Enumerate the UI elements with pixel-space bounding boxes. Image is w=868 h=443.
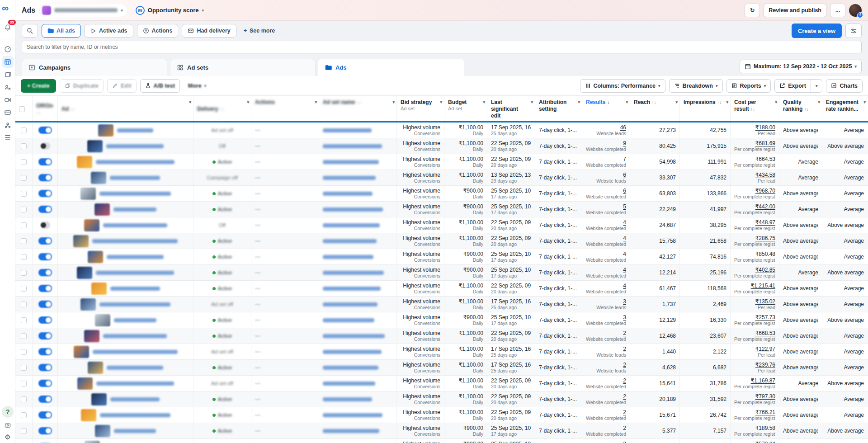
ad-set-name-redacted[interactable]: [323, 429, 379, 433]
audiences-icon[interactable]: [2, 81, 14, 93]
ad-on-off-toggle[interactable]: [38, 348, 52, 355]
header-cost-per-result[interactable]: Cost per result ↑↓▾: [731, 96, 779, 121]
ad-name-redacted[interactable]: [96, 382, 174, 386]
results-value[interactable]: 3: [586, 298, 626, 305]
cost-per-result-value[interactable]: ₹442.00: [734, 203, 775, 210]
ad-set-name-redacted[interactable]: [323, 334, 385, 338]
duplicate-button[interactable]: Duplicate: [60, 79, 104, 93]
review-publish-button[interactable]: Review and publish: [764, 4, 826, 17]
results-value[interactable]: 6: [586, 188, 626, 194]
ad-set-name-redacted[interactable]: [323, 366, 378, 370]
row-checkbox[interactable]: [21, 365, 27, 371]
tab-ad-sets[interactable]: Ad sets: [170, 59, 316, 76]
see-more-filters[interactable]: + See more: [240, 28, 279, 34]
results-value[interactable]: 2: [586, 346, 626, 352]
cost-per-result-value[interactable]: ₹968.70: [734, 188, 775, 194]
row-checkbox[interactable]: [21, 143, 27, 149]
results-value[interactable]: 3: [586, 314, 626, 320]
ad-name-redacted[interactable]: [114, 429, 156, 433]
results-value[interactable]: 5: [586, 203, 626, 210]
ad-on-off-toggle[interactable]: [38, 396, 52, 403]
row-checkbox[interactable]: [21, 207, 27, 212]
row-checkbox[interactable]: [21, 254, 27, 260]
create-view-button[interactable]: Create a view: [792, 24, 842, 38]
cost-per-result-value[interactable]: ₹257.73: [734, 314, 775, 320]
row-checkbox[interactable]: [21, 191, 27, 197]
ad-set-name-redacted[interactable]: [323, 255, 373, 259]
ad-on-off-toggle[interactable]: [38, 253, 52, 260]
charts-button[interactable]: Charts: [826, 79, 863, 93]
cost-per-result-value[interactable]: ₹239.76: [734, 362, 775, 368]
ad-on-off-toggle[interactable]: [38, 364, 52, 371]
search-input[interactable]: [22, 41, 862, 53]
row-checkbox[interactable]: [21, 317, 27, 323]
billing-icon[interactable]: [2, 107, 14, 118]
row-checkbox[interactable]: [21, 222, 27, 228]
row-checkbox[interactable]: [21, 302, 27, 307]
results-value[interactable]: 7: [586, 156, 626, 162]
header-attribution-setting[interactable]: Attribution setting▾: [535, 96, 582, 121]
results-value[interactable]: 2: [586, 377, 626, 384]
ad-set-name-redacted[interactable]: [323, 223, 380, 227]
breakdown-button[interactable]: Breakdown▾: [669, 79, 723, 93]
cost-per-result-value[interactable]: ₹681.69: [734, 140, 775, 146]
tab-ads[interactable]: Ads: [318, 59, 464, 76]
ad-name-redacted[interactable]: [96, 271, 174, 275]
edit-button[interactable]: Edit: [107, 79, 137, 93]
row-checkbox[interactable]: [21, 412, 27, 418]
cost-per-result-value[interactable]: ₹188.00: [734, 124, 775, 131]
ad-name-redacted[interactable]: [93, 350, 178, 354]
ad-set-name-redacted[interactable]: [323, 192, 373, 196]
results-value[interactable]: 4: [586, 235, 626, 241]
notifications-icon[interactable]: 35: [2, 22, 14, 33]
header-bid-strategy[interactable]: Bid strategyAd set▾: [397, 96, 444, 121]
cost-per-result-value[interactable]: ₹1,215.41: [734, 283, 775, 289]
row-checkbox[interactable]: [21, 349, 27, 355]
results-value[interactable]: 2: [586, 409, 626, 415]
ad-name-redacted[interactable]: [106, 144, 164, 148]
ad-name-redacted[interactable]: [99, 192, 171, 196]
ad-name-redacted[interactable]: [110, 397, 160, 401]
ad-on-off-toggle[interactable]: [38, 237, 52, 245]
columns-button[interactable]: Columns: Performance▾: [580, 79, 665, 93]
ad-name-redacted[interactable]: [110, 176, 160, 180]
row-checkbox[interactable]: [21, 428, 27, 434]
results-value[interactable]: 4: [586, 251, 626, 257]
payments-icon[interactable]: [2, 419, 14, 431]
filter-pill-all-ads[interactable]: All ads: [42, 24, 81, 38]
header-ad[interactable]: Ad ↑↓▾: [58, 96, 193, 121]
cost-per-result-value[interactable]: ₹668.53: [734, 330, 775, 336]
ad-set-name-redacted[interactable]: [323, 207, 383, 212]
all-tools-icon[interactable]: ☰: [2, 132, 14, 144]
header-last-significant-edit[interactable]: Last significant edit▾: [487, 96, 535, 121]
cost-per-result-value[interactable]: ₹797.30: [734, 393, 775, 400]
results-value[interactable]: 4: [586, 267, 626, 273]
cost-per-result-value[interactable]: ₹122.97: [734, 346, 775, 352]
results-value[interactable]: 4: [586, 219, 626, 226]
ad-set-name-redacted[interactable]: [323, 302, 377, 306]
results-value[interactable]: 2: [586, 441, 626, 443]
cost-per-result-value[interactable]: ₹572.24: [734, 441, 775, 443]
ad-set-name-redacted[interactable]: [323, 382, 375, 386]
header-budget[interactable]: BudgetAd set▾: [444, 96, 487, 121]
export-button[interactable]: Export: [775, 80, 811, 92]
header-engagement-rate-ranking[interactable]: Engagement rate rankin...▾: [822, 96, 868, 121]
ad-on-off-toggle[interactable]: [40, 222, 50, 229]
cost-per-result-value[interactable]: ₹766.21: [734, 409, 775, 415]
date-range-selector[interactable]: Maximum: 12 Sep 2022 - 12 Oct 2025 ▾: [740, 60, 862, 73]
results-value[interactable]: 6: [586, 172, 626, 178]
ad-name-redacted[interactable]: [100, 413, 170, 417]
header-quality-ranking[interactable]: Quality ranking ↑↓▾: [779, 96, 822, 121]
ad-name-redacted[interactable]: [110, 287, 160, 291]
ad-on-off-toggle[interactable]: [38, 332, 52, 339]
row-checkbox[interactable]: [21, 396, 27, 402]
row-checkbox[interactable]: [21, 286, 27, 292]
results-value[interactable]: 2: [586, 330, 626, 336]
ad-on-off-toggle[interactable]: [40, 142, 50, 150]
reports-button[interactable]: Reports▾: [726, 79, 771, 93]
header-delivery[interactable]: Delivery ↑↓▾: [193, 96, 251, 121]
filter-pill-had-delivery[interactable]: Had delivery: [182, 24, 236, 38]
refresh-button[interactable]: ↻: [745, 4, 760, 17]
ad-on-off-toggle[interactable]: [38, 411, 52, 419]
ad-set-name-redacted[interactable]: [323, 397, 372, 401]
